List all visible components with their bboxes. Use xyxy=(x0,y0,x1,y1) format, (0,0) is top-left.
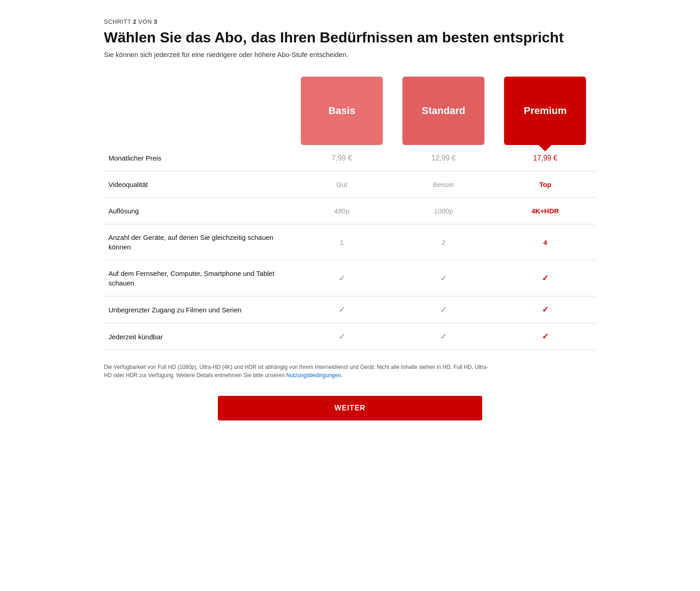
page-title: Wählen Sie das Abo, das Ihren Bedürfniss… xyxy=(104,29,596,46)
feature-label-0: Monatlicher Preis xyxy=(104,145,291,171)
feature-premium-2: 4K+HDR xyxy=(494,198,596,224)
feature-premium-5: ✓ xyxy=(494,296,596,323)
feature-basis-5: ✓ xyxy=(291,296,392,323)
feature-basis-0: 7,99 € xyxy=(291,145,392,171)
feature-standard-6: ✓ xyxy=(393,323,494,350)
plan-header-premium[interactable]: Premium xyxy=(494,77,596,145)
header-spacer xyxy=(104,77,291,145)
feature-premium-4: ✓ xyxy=(494,260,596,296)
step-label: SCHRITT 2 VON 3 xyxy=(104,18,596,25)
feature-standard-5: ✓ xyxy=(393,296,494,323)
plan-card-premium[interactable]: Premium xyxy=(504,77,586,145)
feature-basis-6: ✓ xyxy=(291,323,392,350)
feature-label-3: Anzahl der Geräte, auf denen Sie gleichz… xyxy=(104,224,291,260)
plan-header-basis[interactable]: Basis xyxy=(291,77,392,145)
feature-standard-1: Besser xyxy=(393,171,494,198)
feature-basis-3: 1 xyxy=(291,224,392,260)
feature-standard-4: ✓ xyxy=(393,260,494,296)
feature-basis-1: Gut xyxy=(291,171,392,198)
feature-basis-4: ✓ xyxy=(291,260,392,296)
feature-standard-0: 12,99 € xyxy=(393,145,494,171)
footnote: Die Verfügbarkeit von Full HD (1080p), U… xyxy=(104,363,496,379)
feature-basis-2: 480p xyxy=(291,198,392,224)
feature-label-1: Videoqualität xyxy=(104,171,291,198)
feature-label-6: Jederzeit kündbar xyxy=(104,323,291,350)
feature-premium-1: Top xyxy=(494,171,596,198)
plan-card-basis[interactable]: Basis xyxy=(301,77,383,145)
terms-link[interactable]: Nutzungsbedingungen xyxy=(286,372,341,378)
weiter-button[interactable]: WEITER xyxy=(218,396,482,420)
cta-container: WEITER xyxy=(104,396,596,420)
feature-label-2: Auflösung xyxy=(104,198,291,224)
feature-premium-6: ✓ xyxy=(494,323,596,350)
feature-premium-3: 4 xyxy=(494,224,596,260)
feature-label-4: Auf dem Fernseher, Computer, Smartphone … xyxy=(104,260,291,296)
feature-standard-3: 2 xyxy=(393,224,494,260)
plan-header-standard[interactable]: Standard xyxy=(393,77,494,145)
feature-label-5: Unbegrenzter Zugang zu Filmen und Serien xyxy=(104,296,291,323)
feature-standard-2: 1080p xyxy=(393,198,494,224)
page-subtitle: Sie können sich jederzeit für eine niedr… xyxy=(104,51,596,58)
plan-card-standard[interactable]: Standard xyxy=(402,77,484,145)
